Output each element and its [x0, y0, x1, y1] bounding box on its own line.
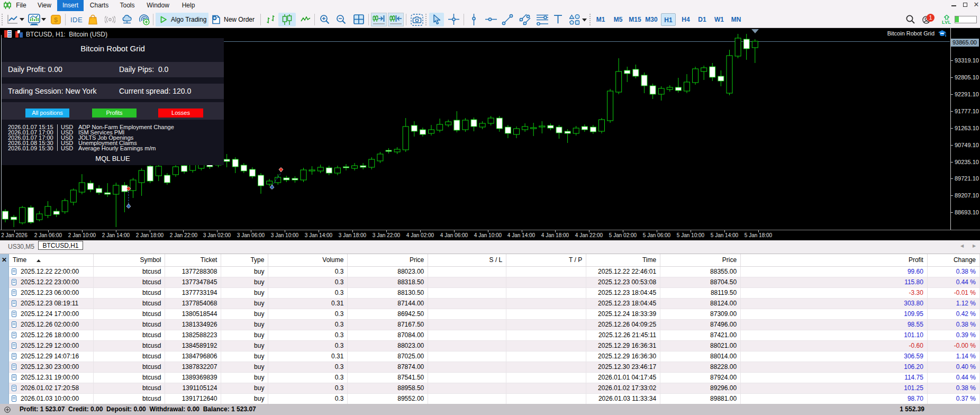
- svg-text:$: $: [54, 16, 58, 24]
